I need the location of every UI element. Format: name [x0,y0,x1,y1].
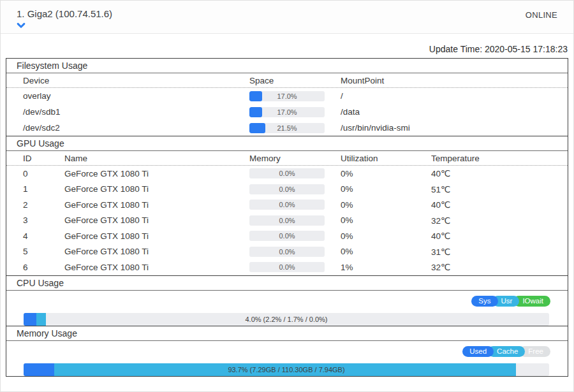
gpu-memory-label: 0.0% [249,231,325,241]
device-name: overlay [23,91,249,101]
cpu-usage-bar: 4.0% (2.2% / 1.7% / 0.0%) [24,313,549,326]
mountpoint: /data [341,107,568,117]
space-usage-bar: 21.5% [249,123,325,133]
legend-iowait: IOwait [513,296,550,307]
gpu-id: 5 [23,247,64,256]
gpu-name: GeForce GTX 1080 Ti [64,263,249,272]
server-header-left: 1. Giga2 (100.74.51.6) [17,6,112,33]
gpu-memory-bar: 0.0% [249,215,325,226]
space-usage-bar: 17.0% [249,107,325,117]
gpu-utilization: 0% [341,215,431,225]
gpu-temperature: 40℃ [431,168,568,178]
gpu-memory-label: 0.0% [249,184,325,194]
gpu-row: 3 GeForce GTX 1080 Ti 0.0% 0% 32℃ [6,213,568,229]
gpu-id: 2 [23,200,64,210]
gpu-row: 4 GeForce GTX 1080 Ti 0.0% 0% 40℃ [6,228,568,244]
gpu-row: 0 GeForce GTX 1080 Ti 0.0% 0% 40℃ [6,166,568,182]
gpu-temperature: 32℃ [431,262,568,272]
column-header-device: Device [23,76,249,85]
gpu-section-title: GPU Usage [6,136,568,151]
gpu-name: GeForce GTX 1080 Ti [64,231,249,241]
gpu-id: 0 [23,169,64,178]
gpu-temperature: 31℃ [431,247,568,257]
gpu-id: 6 [23,263,64,272]
cpu-legend: Sys Usr IOwait [6,296,550,307]
server-header: 1. Giga2 (100.74.51.6) ONLINE [1,1,573,34]
column-header-temperature: Temperature [431,154,568,163]
gpu-memory-label: 0.0% [249,247,325,257]
gpu-row: 1 GeForce GTX 1080 Ti 0.0% 0% 51℃ [6,182,568,198]
memory-usage-label: 93.7% (7.29GB / 110.30GB / 7.94GB) [24,363,549,376]
column-header-mountpoint: MountPoint [341,76,568,85]
memory-section-title: Memory Usage [6,326,568,341]
gpu-temperature: 32℃ [431,215,568,226]
server-monitor-page: 1. Giga2 (100.74.51.6) ONLINE Update Tim… [0,0,574,392]
gpu-name: GeForce GTX 1080 Ti [64,215,249,225]
space-usage-bar: 17.0% [249,91,325,101]
gpu-name: GeForce GTX 1080 Ti [64,184,249,194]
gpu-utilization: 0% [341,200,431,210]
gpu-utilization: 0% [341,169,431,178]
cpu-section-title: CPU Usage [6,276,568,291]
filesystem-section-title: Filesystem Usage [6,59,568,73]
gpu-table-header: ID Name Memory Utilization Temperature [6,151,568,166]
memory-usage-bar: 93.7% (7.29GB / 110.30GB / 7.94GB) [24,363,549,376]
legend-sys: Sys [471,296,497,307]
gpu-memory-bar: 0.0% [249,168,325,178]
gpu-memory-label: 0.0% [249,215,325,226]
column-header-name: Name [64,154,249,163]
gpu-memory-label: 0.0% [249,168,325,178]
gpu-temperature: 40℃ [431,200,568,210]
memory-legend: Used Cache Free [6,346,550,357]
server-title: 1. Giga2 (100.74.51.6) [17,6,112,19]
gpu-id: 3 [23,215,64,225]
gpu-name: GeForce GTX 1080 Ti [64,200,249,210]
gpu-memory-label: 0.0% [249,262,325,272]
gpu-row: 6 GeForce GTX 1080 Ti 0.0% 1% 32℃ [6,259,568,275]
gpu-row: 5 GeForce GTX 1080 Ti 0.0% 0% 31℃ [6,244,568,260]
memory-section: Memory Usage Used Cache Free 93.7% (7.29… [6,326,568,377]
gpu-memory-bar: 0.0% [249,184,325,194]
space-usage-label: 17.0% [249,107,325,117]
gpu-utilization: 0% [341,247,431,256]
gpu-utilization: 0% [341,184,431,194]
filesystem-row: /dev/sdb1 17.0% /data [6,104,568,120]
mountpoint: /usr/bin/nvidia-smi [341,123,568,133]
gpu-temperature: 51℃ [431,184,568,194]
device-name: /dev/sdc2 [23,123,249,133]
space-usage-label: 21.5% [249,123,325,133]
mountpoint: / [341,91,568,101]
gpu-section: GPU Usage ID Name Memory Utilization Tem… [6,136,568,276]
column-header-utilization: Utilization [341,154,431,163]
gpu-id: 4 [23,231,64,241]
filesystem-row: overlay 17.0% / [6,88,568,104]
update-time: Update Time: 2020-05-15 17:18:23 [1,34,573,58]
legend-used: Used [462,346,494,357]
gpu-name: GeForce GTX 1080 Ti [64,247,249,256]
filesystem-table-header: Device Space MountPoint [6,73,568,88]
status-badge: ONLINE [526,6,557,33]
gpu-memory-bar: 0.0% [249,247,325,257]
filesystem-row: /dev/sdc2 21.5% /usr/bin/nvidia-smi [6,120,568,136]
column-header-id: ID [23,154,64,163]
gpu-utilization: 0% [341,231,431,241]
filesystem-section: Filesystem Usage Device Space MountPoint… [6,58,568,136]
gpu-row: 2 GeForce GTX 1080 Ti 0.0% 0% 40℃ [6,197,568,213]
gpu-utilization: 1% [341,263,431,272]
gpu-memory-label: 0.0% [249,200,325,210]
gpu-name: GeForce GTX 1080 Ti [64,169,249,178]
gpu-temperature: 40℃ [431,231,568,241]
cpu-section: CPU Usage Sys Usr IOwait 4.0% (2.2% / 1.… [6,275,568,326]
gpu-memory-bar: 0.0% [249,231,325,241]
chevron-down-icon[interactable] [15,20,27,31]
gpu-memory-bar: 0.0% [249,200,325,210]
space-usage-label: 17.0% [249,91,325,101]
gpu-memory-bar: 0.0% [249,262,325,272]
column-header-space: Space [249,76,341,85]
cpu-usage-label: 4.0% (2.2% / 1.7% / 0.0%) [24,313,549,326]
column-header-memory: Memory [249,154,341,163]
gpu-id: 1 [23,184,64,194]
device-name: /dev/sdb1 [23,107,249,117]
